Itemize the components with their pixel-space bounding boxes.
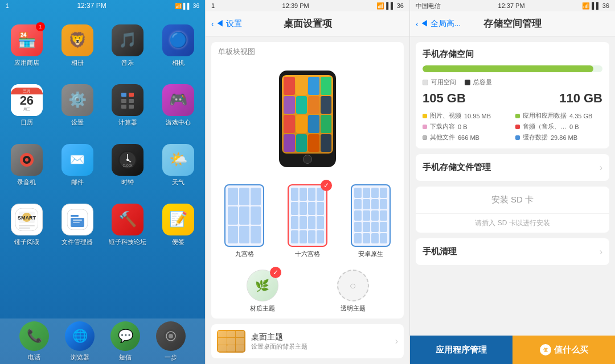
legend-total-label: 总容量	[473, 78, 492, 86]
phone-label: 电话	[28, 353, 40, 362]
app-photos[interactable]: 🦁 相册	[54, 17, 101, 74]
storage-back-button[interactable]: ‹ ◀ 全局高...	[416, 19, 461, 29]
music-icon: 🎵	[112, 24, 144, 56]
step-svg	[162, 328, 179, 345]
app-manager-button[interactable]: 应用程序管理	[410, 336, 512, 364]
battery-st: 36	[602, 2, 609, 9]
mail-icon: ✉️	[62, 144, 93, 176]
wifi-icon-s: 📶	[376, 2, 384, 10]
app-calculator[interactable]: 计算器	[104, 77, 152, 134]
calc-svg	[119, 92, 136, 109]
storage-bar	[423, 65, 602, 72]
file-manager-title: 手机存储文件管理	[423, 162, 491, 173]
sd-card-section: 安装 SD 卡 请插入 SD 卡以进行安装	[416, 187, 609, 233]
forum-icon: 🔨	[112, 204, 144, 235]
svg-rect-24	[73, 220, 82, 221]
sd-card-install-label: 安装 SD 卡	[416, 187, 609, 214]
app-calendar[interactable]: 三月 26 周三 日历	[3, 77, 51, 134]
detail-downloads: 下载内容 0 B	[423, 122, 510, 131]
theme-transparent[interactable]: ○ 透明主题	[337, 270, 369, 313]
detail-photos: 图片、视频 10.95 MB	[423, 111, 510, 120]
carrier-label: 中国电信	[416, 2, 441, 10]
file-manager-item[interactable]: 手机存储文件管理 ›	[416, 154, 609, 181]
dock-step[interactable]: 一步	[156, 321, 186, 362]
app-note[interactable]: 📝 便签	[154, 196, 202, 253]
svg-rect-22	[71, 215, 79, 217]
file-manager-chevron-icon: ›	[600, 163, 602, 173]
app-games[interactable]: 🎮 游戏中心	[154, 77, 202, 134]
bottom-bar: 应用程序管理 值 值什么买	[410, 336, 615, 364]
detail-cache-label: 缓存数据	[523, 133, 548, 142]
storage-bar-fill	[423, 65, 593, 72]
deal-logo-icon: 值	[540, 344, 551, 355]
selected-check-icon: ✓	[321, 180, 332, 191]
read-label: 锤子阅读	[14, 238, 39, 246]
app-camera[interactable]: 🔵 相机	[154, 17, 202, 74]
photos-label: 相册	[71, 59, 84, 67]
wallpaper-item[interactable]: 桌面主题 设置桌面的背景主题 ›	[211, 324, 404, 358]
legend-dot-available	[423, 80, 428, 85]
app-manager-label: 应用程序管理	[436, 345, 487, 355]
mock-app-3	[308, 77, 319, 95]
dock-sms[interactable]: 💬 短信	[110, 321, 140, 362]
camera-icon: 🔵	[162, 24, 194, 56]
phone-home-btn	[303, 155, 312, 164]
signal-icon: ▌▌	[183, 3, 191, 9]
detail-apps-val: 4.35 GB	[569, 113, 592, 119]
note-icon: 📝	[162, 204, 194, 235]
app-read[interactable]: SMART 锤子阅读	[3, 196, 51, 253]
theme-options: ✓ 🌿 材质主题 ○ 透明主题	[211, 264, 404, 318]
dock-phone[interactable]: 📞 电话	[19, 321, 49, 362]
read-svg: SMART	[15, 208, 38, 231]
sms-icon: 💬	[110, 321, 140, 351]
calc-icon	[112, 84, 144, 116]
read-icon: SMART	[11, 204, 43, 235]
dock-browser[interactable]: 🌐 浏览器	[65, 321, 95, 362]
phone-clean-chevron-icon: ›	[600, 247, 602, 257]
layout-grid9[interactable]: 九宫格	[224, 184, 264, 258]
grid16-preview	[288, 184, 327, 247]
app-recorder[interactable]: 录音机	[3, 136, 51, 193]
appstore-badge: 1	[36, 22, 45, 31]
app-forum[interactable]: 🔨 锤子科技论坛	[104, 196, 152, 253]
storage-total-val: 110 GB	[559, 91, 602, 106]
app-weather[interactable]: 🌤️ 天气	[154, 136, 202, 193]
mock-app-7	[308, 96, 319, 114]
app-settings[interactable]: ⚙️ 设置	[54, 77, 101, 134]
app-music[interactable]: 🎵 音乐	[104, 17, 152, 74]
app-mail[interactable]: ✉️ 邮件	[54, 136, 101, 193]
deal-button[interactable]: 值 值什么买	[512, 336, 615, 364]
theme-material[interactable]: ✓ 🌿 材质主题	[247, 270, 278, 313]
games-label: 游戏中心	[166, 118, 191, 127]
layout-android[interactable]: 安卓原生	[351, 184, 391, 258]
settings-back-button[interactable]: ‹ ◀ 设置	[211, 19, 242, 29]
detail-apps-label: 应用和应用数据	[523, 111, 567, 120]
settings-label: 设置	[71, 118, 84, 127]
status-time-home: 12:37 PM	[77, 2, 106, 10]
svg-rect-5	[129, 105, 134, 109]
svg-text:CLOCK: CLOCK	[123, 164, 133, 167]
app-appstore[interactable]: 🏪 1 应用商店	[3, 17, 51, 74]
status-notification-s: 1	[211, 2, 215, 9]
battery-s: 36	[397, 2, 404, 9]
status-time-storage: 12:37 PM	[498, 2, 525, 9]
detail-audio-label: 音频（音乐、…	[523, 122, 567, 131]
mock-app-13	[284, 134, 295, 152]
recorder-svg	[18, 151, 36, 169]
weather-icon: 🌤️	[162, 144, 194, 176]
app-files[interactable]: 文件管理器	[54, 196, 101, 253]
calendar-icon: 三月 26 周三	[11, 84, 43, 116]
mock-app-1	[284, 77, 295, 95]
status-time-settings: 12:39 PM	[282, 2, 309, 9]
mock-app-10	[296, 115, 308, 133]
phone-clean-item[interactable]: 手机清理 ›	[416, 238, 609, 265]
note-label: 便签	[172, 238, 184, 246]
grid9-label: 九宫格	[235, 250, 254, 258]
mock-app-8	[321, 96, 332, 114]
legend-dot-total	[465, 80, 470, 85]
calendar-label: 日历	[20, 118, 33, 127]
layout-grid16[interactable]: ✓ 十六宫格	[288, 184, 327, 258]
app-clock[interactable]: CLOCK 时钟	[104, 136, 152, 193]
material-label: 材质主题	[250, 304, 275, 313]
deal-label: 值什么买	[554, 345, 588, 355]
